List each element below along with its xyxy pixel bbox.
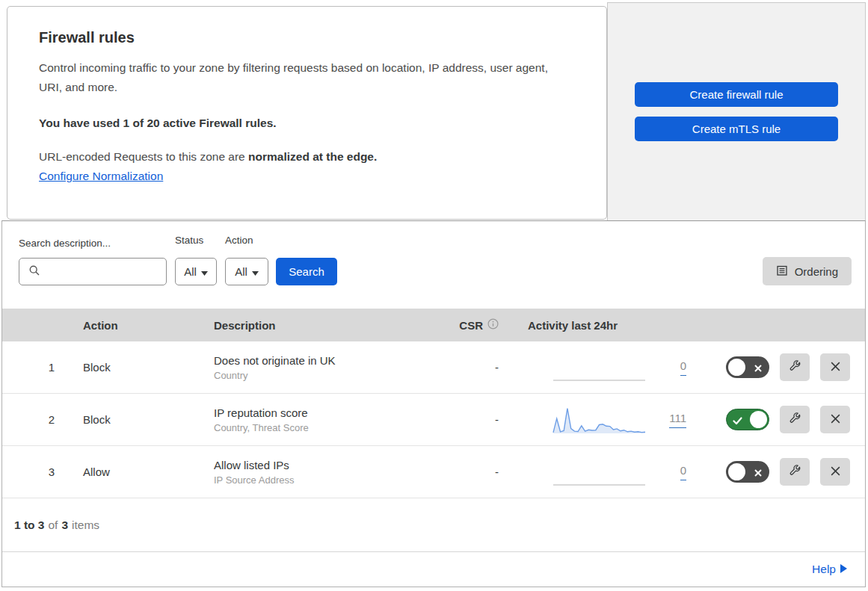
activity-count-link[interactable]: 0 bbox=[656, 359, 686, 376]
search-icon bbox=[28, 264, 40, 279]
header-activity: Activity last 24hr bbox=[511, 319, 698, 332]
normalization-note: URL-encoded Requests to this zone are no… bbox=[39, 150, 575, 164]
rule-action: Block bbox=[70, 361, 200, 374]
rule-enabled-toggle[interactable] bbox=[726, 409, 769, 430]
toggle-knob bbox=[750, 411, 767, 428]
toggle-knob bbox=[728, 463, 745, 480]
table-row: 2 Block IP reputation score Country, Thr… bbox=[2, 394, 865, 446]
table-row: 3 Allow Allow listed IPs IP Source Addre… bbox=[2, 446, 865, 498]
ordering-button[interactable]: Ordering bbox=[763, 257, 852, 285]
header-csr-label: CSR bbox=[459, 319, 483, 332]
arrow-right-icon bbox=[840, 563, 847, 576]
filter-bar: Search description... Status Action All … bbox=[2, 221, 865, 309]
actions-panel: Create firewall rule Create mTLS rule bbox=[607, 2, 866, 220]
delete-rule-button[interactable] bbox=[820, 353, 850, 381]
header-action: Action bbox=[70, 319, 200, 332]
rule-action: Block bbox=[70, 413, 200, 426]
chevron-down-icon bbox=[252, 265, 259, 278]
edit-rule-button[interactable] bbox=[780, 406, 810, 433]
search-button[interactable]: Search bbox=[276, 258, 337, 285]
action-dropdown-value: All bbox=[235, 265, 247, 278]
chevron-down-icon bbox=[201, 265, 208, 278]
ordering-button-label: Ordering bbox=[795, 265, 838, 278]
rule-csr: - bbox=[417, 361, 511, 374]
search-input[interactable] bbox=[19, 258, 167, 285]
usage-summary: You have used 1 of 20 active Firewall ru… bbox=[39, 117, 575, 130]
help-link-label: Help bbox=[812, 563, 836, 576]
wrench-icon bbox=[789, 465, 801, 480]
check-icon bbox=[733, 415, 742, 427]
rule-csr: - bbox=[417, 413, 511, 426]
pagination-of: of bbox=[48, 519, 58, 532]
activity-sparkline bbox=[552, 404, 646, 436]
help-link[interactable]: Help bbox=[812, 563, 847, 576]
edit-rule-button[interactable] bbox=[780, 458, 810, 486]
rule-fields: IP Source Address bbox=[214, 474, 417, 486]
rule-csr: - bbox=[417, 465, 511, 478]
delete-rule-button[interactable] bbox=[820, 406, 850, 433]
status-dropdown[interactable]: All bbox=[175, 258, 217, 285]
status-label: Status bbox=[175, 235, 203, 246]
normalization-note-bold: normalized at the edge. bbox=[248, 150, 377, 163]
footer-row: Help bbox=[2, 552, 865, 587]
info-icon[interactable] bbox=[487, 318, 499, 332]
action-dropdown[interactable]: All bbox=[225, 258, 268, 285]
header-description: Description bbox=[200, 319, 417, 332]
ordering-list-icon bbox=[776, 264, 788, 279]
table-header: Action Description CSR Activity last 24h… bbox=[2, 309, 865, 341]
header-csr: CSR bbox=[417, 318, 511, 332]
configure-normalization-link[interactable]: Configure Normalization bbox=[39, 170, 163, 182]
status-dropdown-value: All bbox=[184, 265, 197, 278]
wrench-icon bbox=[789, 360, 801, 375]
rule-fields: Country, Threat Score bbox=[214, 422, 417, 433]
wrench-icon bbox=[789, 412, 801, 427]
activity-sparkline bbox=[552, 352, 646, 383]
edit-rule-button[interactable] bbox=[780, 353, 810, 381]
activity-count-link[interactable]: 111 bbox=[656, 412, 686, 428]
pagination-total: 3 bbox=[61, 519, 68, 532]
close-icon bbox=[830, 413, 841, 427]
normalization-note-prefix: URL-encoded Requests to this zone are bbox=[39, 150, 248, 163]
x-icon bbox=[754, 467, 763, 480]
rule-description: Does not originate in UK bbox=[214, 354, 417, 367]
pagination-range: 1 to 3 bbox=[14, 519, 44, 532]
pagination-items: items bbox=[72, 519, 99, 532]
close-icon bbox=[830, 361, 841, 374]
rule-enabled-toggle[interactable] bbox=[726, 461, 769, 483]
rule-priority: 3 bbox=[2, 465, 70, 478]
intro-description: Control incoming traffic to your zone by… bbox=[39, 58, 570, 97]
rules-list-section: Search description... Status Action All … bbox=[1, 220, 866, 587]
create-mtls-rule-button[interactable]: Create mTLS rule bbox=[635, 117, 838, 141]
rule-priority: 2 bbox=[2, 413, 70, 426]
search-label: Search description... bbox=[19, 238, 111, 249]
rule-priority: 1 bbox=[2, 361, 70, 374]
rule-description: Allow listed IPs bbox=[214, 459, 417, 471]
rule-fields: Country bbox=[214, 370, 417, 381]
toggle-knob bbox=[728, 359, 745, 376]
table-row: 1 Block Does not originate in UK Country… bbox=[2, 341, 865, 394]
x-icon bbox=[754, 362, 763, 375]
activity-count-link[interactable]: 0 bbox=[656, 464, 686, 480]
delete-rule-button[interactable] bbox=[820, 458, 850, 486]
page-title: Firewall rules bbox=[39, 29, 575, 46]
activity-sparkline bbox=[552, 457, 646, 488]
rule-description: IP reputation score bbox=[214, 406, 417, 419]
action-label: Action bbox=[225, 235, 253, 246]
create-firewall-rule-button[interactable]: Create firewall rule bbox=[635, 82, 838, 107]
pagination-status: 1 to 3 of 3 items bbox=[2, 498, 865, 552]
rule-enabled-toggle[interactable] bbox=[726, 356, 769, 378]
firewall-intro-card: Firewall rules Control incoming traffic … bbox=[7, 6, 607, 220]
close-icon bbox=[830, 465, 841, 479]
rule-action: Allow bbox=[70, 465, 200, 478]
